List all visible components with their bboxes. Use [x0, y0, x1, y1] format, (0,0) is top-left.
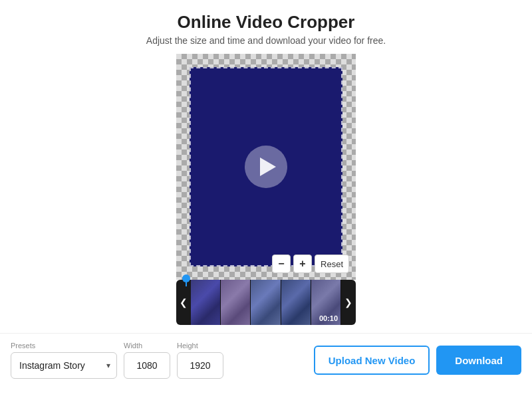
page-header: Online Video Cropper Adjust the size and… — [146, 0, 386, 49]
video-inner — [190, 67, 342, 266]
preset-select[interactable]: Instagram Story Square Landscape Portrai… — [11, 352, 117, 379]
timeline[interactable]: ❮ 00:10 ❯ — [176, 280, 356, 325]
frame-4 — [281, 280, 311, 325]
zoom-plus-button[interactable]: + — [293, 255, 312, 273]
frame-3 — [251, 280, 281, 325]
width-label: Width — [124, 342, 170, 350]
height-input[interactable] — [177, 352, 223, 379]
page-subtitle: Adjust the size and time and download yo… — [146, 35, 386, 46]
width-group: Width — [124, 342, 170, 379]
height-label: Height — [177, 342, 223, 350]
timestamp: 00:10 — [319, 314, 338, 322]
page-title: Online Video Cropper — [146, 12, 386, 33]
timeline-wrapper: ❮ 00:10 ❯ — [176, 280, 356, 325]
video-outer: − + Reset — [176, 54, 356, 280]
zoom-controls: − + Reset — [272, 255, 349, 273]
frame-2 — [221, 280, 251, 325]
width-input[interactable] — [124, 352, 170, 379]
height-group: Height — [177, 342, 223, 379]
zoom-minus-button[interactable]: − — [272, 255, 291, 273]
timeline-indicator — [186, 277, 187, 286]
presets-label: Presets — [11, 342, 117, 350]
reset-button[interactable]: Reset — [315, 255, 349, 273]
play-button[interactable] — [245, 146, 287, 188]
timeline-arrow-right[interactable]: ❯ — [341, 280, 356, 325]
frame-5: 00:10 — [311, 280, 341, 325]
timeline-arrow-left[interactable]: ❮ — [176, 280, 191, 325]
bottom-controls-bar: Presets Instagram Story Square Landscape… — [0, 333, 532, 387]
download-button[interactable]: Download — [436, 346, 521, 375]
video-container: − + Reset ❮ 00:10 ❯ — [176, 54, 356, 325]
frame-1 — [191, 280, 221, 325]
presets-group: Presets Instagram Story Square Landscape… — [11, 342, 117, 379]
timeline-frames: 00:10 — [191, 280, 341, 325]
preset-select-wrapper: Instagram Story Square Landscape Portrai… — [11, 352, 117, 379]
upload-new-video-button[interactable]: Upload New Video — [314, 346, 430, 375]
main-content: − + Reset ❮ 00:10 ❯ — [0, 49, 532, 414]
